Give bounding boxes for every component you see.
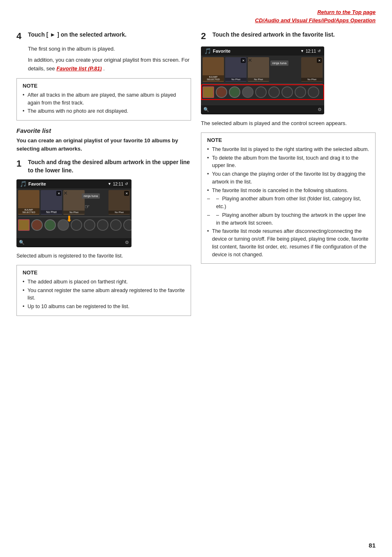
album-label-no-phot-2: No Phot bbox=[63, 211, 85, 214]
device-screen-1: 🎵 Favorite ▼ 12:11 ↺ bbox=[16, 179, 131, 247]
two-columns: 4 Touch [ ► ] on the selected artwork. T… bbox=[16, 31, 376, 323]
screen-time-2: ▼ 12:11 ↺ bbox=[300, 49, 321, 53]
step2-title: Touch the desired artwork in the favorit… bbox=[212, 31, 335, 39]
hand-cursor-icon: ☞ bbox=[85, 203, 90, 210]
favorite-section: Favorite list You can create an original… bbox=[16, 127, 191, 316]
step4-section: 4 Touch [ ► ] on the selected artwork. T… bbox=[16, 31, 191, 121]
step2-note-title: NOTE bbox=[207, 137, 369, 143]
device-screen-2: 🎵 Favorite ▼ 12:11 ↺ BJUM bbox=[201, 46, 324, 114]
step1-title: Touch and drag the desired album artwork… bbox=[28, 158, 191, 174]
note-item: After all tracks in the album are played… bbox=[23, 91, 185, 107]
step2-caption: The selected album is played and the con… bbox=[201, 119, 376, 128]
note-item: – Playing another album from other list … bbox=[207, 195, 369, 211]
search-icon: 🔍 bbox=[19, 240, 25, 245]
album-row-upper-1: BJUMPSELECTED ✕ No Phot ninja tuna ✕ bbox=[16, 188, 131, 216]
album-row-lower-2 bbox=[201, 84, 324, 100]
circle-icon-2-special bbox=[203, 86, 214, 98]
step4-heading: 4 Touch [ ► ] on the selected artwork. bbox=[16, 31, 191, 42]
step1-note-box: NOTE The added album is placed on farthe… bbox=[16, 265, 191, 316]
drag-arrow-icon: ⬇ bbox=[66, 214, 73, 224]
step1-number: 1 bbox=[16, 158, 25, 169]
album-thumb-2: ✕ No Phot bbox=[41, 190, 62, 215]
step2-heading: 2 Touch the desired artwork in the favor… bbox=[201, 31, 376, 42]
album-row-lower-1 bbox=[16, 217, 131, 233]
ninja-tuna-label-2: ninja tuna bbox=[270, 60, 289, 66]
circle-icon-2-5 bbox=[268, 86, 280, 98]
settings-icon-2: ⚙ bbox=[318, 107, 322, 112]
screen-body-2: BJUMPSELECTED ✕ No Phot ninja tuna ✕ No bbox=[201, 56, 324, 114]
note-item: The added album is placed on farthest ri… bbox=[23, 278, 185, 286]
search-icon-2: 🔍 bbox=[203, 107, 209, 112]
step1-note-title: NOTE bbox=[23, 269, 185, 276]
album-thumb-right: ✕ No Phot bbox=[108, 190, 130, 215]
circle-icon-2-6 bbox=[281, 86, 293, 98]
step4-note-list: After all tracks in the album are played… bbox=[23, 91, 185, 115]
step1-heading: 1 Touch and drag the desired album artwo… bbox=[16, 158, 191, 174]
album-center-zone: ninja tuna ✕ No Phot ☞ bbox=[63, 190, 107, 215]
note-item: The albums with no photo are not display… bbox=[23, 107, 185, 115]
note-item: The favorite list mode resumes after dis… bbox=[207, 227, 369, 258]
ninja-tuna-label: ninja tuna bbox=[82, 193, 100, 199]
favorite-section-title: Favorite list bbox=[16, 127, 191, 134]
screen-bottom-1: 🔍 ⚙ bbox=[16, 238, 131, 246]
circle-icon-2-4 bbox=[255, 86, 267, 98]
step2-number: 2 bbox=[201, 31, 209, 42]
circle-icon-2-7 bbox=[295, 86, 306, 98]
step4-body1: The first song in the album is played. bbox=[28, 45, 191, 53]
circle-icon-1 bbox=[31, 219, 43, 231]
circle-icon-special bbox=[18, 219, 30, 231]
screen-time: ▼ 12:11 ↺ bbox=[108, 182, 128, 186]
step1-note-list: The added album is placed on farthest ri… bbox=[23, 278, 185, 311]
circle-icon-2-1 bbox=[216, 86, 227, 98]
note-item: The favorite list mode is canceled in th… bbox=[207, 187, 369, 195]
circle-icon-2 bbox=[44, 219, 56, 231]
album-thumb-1: BJUMPSELECTED bbox=[18, 190, 39, 215]
note-item: – Playing another album by touching the … bbox=[207, 211, 369, 227]
step4-title: Touch [ ► ] on the selected artwork. bbox=[28, 31, 127, 39]
circle-icon-2-2 bbox=[229, 86, 240, 98]
favorite-screen-label-2: 🎵 Favorite bbox=[204, 48, 231, 54]
section-link[interactable]: CD/Audio and Visual Files/iPod/Apps Oper… bbox=[255, 17, 376, 23]
settings-icon: ⚙ bbox=[125, 240, 129, 245]
note-item: To delete the album from the favorite li… bbox=[207, 154, 369, 170]
right-column: 2 Touch the desired artwork in the favor… bbox=[201, 31, 376, 323]
circle-icon-5 bbox=[84, 219, 95, 231]
step1-section: 1 Touch and drag the desired album artwo… bbox=[16, 158, 191, 316]
circle-icon-2-8 bbox=[308, 86, 319, 98]
album-thumb-2-1: BJUMPSELECTED bbox=[203, 57, 224, 82]
album-label-no-phot-3: No Phot bbox=[108, 211, 130, 214]
favorite-list-link[interactable]: Favorite list (P.81) bbox=[56, 65, 101, 72]
circle-icon-6 bbox=[97, 219, 108, 231]
circle-icon-7 bbox=[110, 219, 122, 231]
page-number: 81 bbox=[369, 542, 376, 549]
note-item: The favorite list is played to the right… bbox=[207, 146, 369, 153]
album-thumb-2-right: ✕ No Phot bbox=[301, 57, 323, 82]
return-top-link[interactable]: Return to the Top page bbox=[317, 9, 376, 15]
screen-bottom-2: 🔍 ⚙ bbox=[201, 105, 324, 114]
circle-icon-2-3 bbox=[242, 86, 254, 98]
header-links: Return to the Top page CD/Audio and Visu… bbox=[16, 8, 376, 24]
step4-note-title: NOTE bbox=[23, 83, 185, 89]
favorite-screen-label: 🎵 Favorite bbox=[20, 181, 46, 187]
favorite-intro: You can create an original playlist of y… bbox=[16, 137, 191, 153]
page-container: Return to the Top page CD/Audio and Visu… bbox=[0, 0, 392, 557]
step4-note-box: NOTE After all tracks in the album are p… bbox=[16, 78, 191, 121]
album-center-zone-2: ninja tuna ✕ No Phot bbox=[248, 57, 300, 82]
step2-section: 2 Touch the desired artwork in the favor… bbox=[201, 31, 376, 264]
note-item: You cannot register the same album alrea… bbox=[23, 287, 185, 302]
album-label-no-phot-1: No Phot bbox=[41, 210, 62, 214]
step2-note-box: NOTE The favorite list is played to the … bbox=[201, 132, 376, 264]
left-column: 4 Touch [ ► ] on the selected artwork. T… bbox=[16, 31, 191, 323]
album-row-upper-2: BJUMPSELECTED ✕ No Phot ninja tuna ✕ No bbox=[201, 56, 324, 84]
step4-number: 4 bbox=[16, 31, 25, 42]
screen-header-1: 🎵 Favorite ▼ 12:11 ↺ bbox=[16, 179, 131, 188]
album-thumb-center-2: ✕ No Phot bbox=[248, 57, 269, 82]
note-item: Up to 10 albums can be registered to the… bbox=[23, 303, 185, 311]
step4-body: The first song in the album is played. I… bbox=[28, 45, 191, 73]
step2-note-list: The favorite list is played to the right… bbox=[207, 146, 369, 259]
album-thumb-2-2: ✕ No Phot bbox=[225, 57, 247, 82]
circle-icon-8 bbox=[123, 219, 131, 231]
step4-body2: In addition, you can create your origina… bbox=[28, 56, 191, 73]
screen-body-1: BJUMPSELECTED ✕ No Phot ninja tuna ✕ bbox=[16, 188, 131, 246]
note-item: You can change the playing order of the … bbox=[207, 170, 369, 186]
